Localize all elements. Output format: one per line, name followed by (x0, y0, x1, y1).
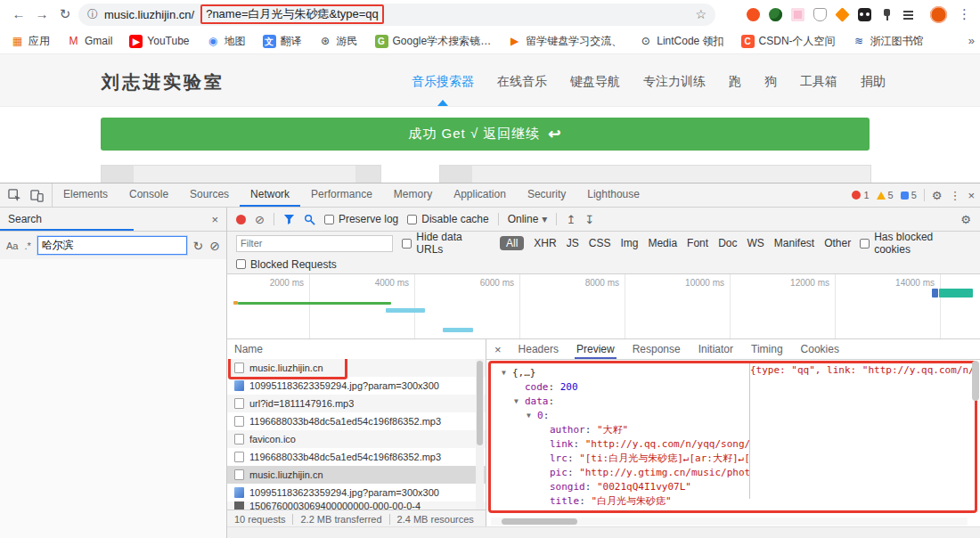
success-banner[interactable]: 成功 Get √ 返回继续 ↩ (101, 118, 870, 151)
import-har-icon[interactable]: ↥ (566, 213, 576, 226)
search-form-field-left[interactable] (101, 165, 381, 183)
requests-scrollbar[interactable] (476, 359, 484, 509)
request-row[interactable]: music.liuzhijin.cn (227, 359, 486, 377)
expand-arrow-icon[interactable]: ▼ (514, 395, 525, 409)
detail-close-icon[interactable]: × (486, 343, 510, 356)
expand-arrow-icon[interactable]: ▼ (527, 409, 537, 423)
throttling-dropdown[interactable]: Online▾ (508, 213, 548, 225)
bookmark-star-icon[interactable]: ☆ (695, 7, 706, 21)
extension-icon-shield[interactable] (813, 8, 827, 21)
extension-icon-6[interactable] (858, 8, 871, 21)
issues-badge[interactable]: 5 (901, 190, 917, 200)
request-type-filter[interactable]: Img (620, 237, 638, 249)
detail-tab[interactable]: Headers (510, 339, 568, 359)
forward-icon[interactable]: → (32, 0, 52, 29)
nav-item[interactable]: 专注力训练 (643, 74, 706, 90)
record-icon[interactable] (236, 215, 246, 224)
extension-icon-2[interactable] (769, 8, 782, 21)
bookmark-item[interactable]: ▶ 留学键盘学习交流、 (508, 34, 622, 49)
request-type-filter[interactable]: Media (648, 237, 677, 249)
refresh-icon[interactable]: ↻ (55, 0, 75, 29)
request-row[interactable]: music.liuzhijin.cn (227, 466, 486, 484)
nav-item[interactable]: 跑 (729, 74, 741, 90)
devtools-tab[interactable]: Sources (179, 183, 240, 207)
devtools-tab[interactable]: Network (240, 183, 300, 207)
detail-tab[interactable]: Timing (742, 339, 792, 359)
search-clear-icon[interactable]: ⊘ (209, 239, 220, 253)
extension-icon-diamond[interactable] (835, 7, 850, 22)
detail-tab[interactable]: Preview (568, 339, 624, 359)
preview-vertical-scrollbar[interactable] (972, 361, 979, 468)
bookmark-item[interactable]: ≋ 浙江图书馆 (853, 34, 924, 49)
site-info-icon[interactable]: ⓘ (87, 7, 98, 22)
devtools-tab[interactable]: Performance (300, 183, 383, 207)
devtools-settings-icon[interactable]: ⚙ (932, 189, 943, 202)
request-type-filter[interactable]: Font (687, 237, 708, 249)
request-row[interactable]: 1506760003069400000000-000-00-0-4 (227, 501, 486, 509)
disable-cache-checkbox[interactable]: Disable cache (407, 213, 488, 225)
nav-item[interactable]: 音乐搜索器 (412, 74, 474, 90)
address-bar[interactable]: ⓘ music.liuzhijin.cn/ ?name=白月光与朱砂痣&type… (78, 4, 715, 26)
detail-tab[interactable]: Initiator (690, 339, 742, 359)
bookmark-item[interactable]: ▶ YouTube (129, 35, 189, 48)
nav-item[interactable]: 工具箱 (800, 74, 837, 90)
devtools-tab[interactable]: Memory (383, 183, 443, 207)
error-badge[interactable]: 1 (852, 190, 869, 200)
search-icon[interactable] (304, 214, 315, 225)
request-type-filter[interactable]: XHR (534, 237, 556, 249)
bookmark-item[interactable]: ▦ 应用 (11, 34, 50, 49)
request-row[interactable]: 1196688033b48dc5a1ed54c196f86352.mp3 (227, 412, 486, 430)
request-row[interactable]: 109951183623359294.jpg?param=300x300 (227, 484, 486, 501)
back-icon[interactable]: ← (9, 0, 29, 29)
extension-icon-pin[interactable] (880, 8, 894, 21)
bookmark-item[interactable]: M Gmail (67, 35, 112, 48)
nav-item[interactable]: 捐助 (861, 74, 886, 90)
devtools-tab[interactable]: Application (443, 183, 517, 207)
profile-avatar[interactable] (930, 6, 947, 23)
request-row[interactable]: 109951183623359294.jpg?param=300x300 (227, 377, 486, 395)
request-type-filter[interactable]: WS (747, 237, 764, 249)
has-blocked-cookies-checkbox[interactable]: Has blocked cookies (860, 231, 971, 256)
request-type-filter[interactable]: Other (824, 237, 851, 249)
nav-item[interactable]: 在线音乐 (497, 74, 547, 90)
regex-toggle[interactable]: .* (24, 240, 30, 251)
request-type-filter[interactable]: CSS (589, 237, 611, 249)
extension-icon-1[interactable] (747, 8, 760, 21)
network-settings-icon[interactable]: ⚙ (960, 213, 971, 226)
export-har-icon[interactable]: ↧ (584, 213, 594, 226)
request-row[interactable]: 1196688033b48dc5a1ed54c196f86352.mp3 (227, 448, 486, 466)
request-row[interactable]: favicon.ico (227, 430, 486, 448)
request-row[interactable]: url?id=1811147916.mp3 (227, 395, 486, 412)
request-type-filter[interactable]: All (500, 236, 524, 250)
request-type-filter[interactable]: JS (567, 237, 579, 249)
search-input[interactable] (37, 236, 187, 255)
filter-funnel-icon[interactable] (283, 214, 295, 225)
site-logo[interactable]: 刘志进实验室 (102, 70, 225, 94)
bookmarks-overflow-icon[interactable]: » (968, 34, 975, 47)
extension-icon-3[interactable] (791, 8, 804, 21)
search-refresh-icon[interactable]: ↻ (193, 239, 204, 253)
bookmark-item[interactable]: ◉ 地图 (207, 34, 246, 49)
browser-menu-icon[interactable]: ⋮ (958, 6, 971, 22)
devtools-close-icon[interactable]: × (968, 189, 975, 202)
filter-input[interactable] (236, 235, 393, 252)
devtools-tab[interactable]: Lighthouse (576, 183, 650, 207)
name-column-header[interactable]: Name (227, 339, 486, 360)
scrollbar-thumb[interactable] (972, 361, 979, 401)
devtools-tab[interactable]: Security (517, 183, 576, 207)
nav-item[interactable]: 狗 (764, 74, 777, 90)
device-toolbar-icon[interactable] (30, 189, 44, 202)
detail-tab[interactable]: Cookies (792, 339, 848, 359)
devtools-menu-icon[interactable]: ⋮ (949, 189, 960, 202)
network-timeline-overview[interactable]: 2000 ms4000 ms6000 ms8000 ms10000 ms1200… (227, 274, 980, 339)
bookmark-item[interactable]: G Google学术搜索镜… (375, 34, 492, 49)
bookmark-item[interactable]: C CSDN-个人空间 (741, 34, 836, 49)
bookmark-item[interactable]: ⊛ 游民 (319, 34, 358, 49)
clear-icon[interactable]: ⊘ (255, 213, 265, 226)
scrollbar-thumb[interactable] (477, 361, 483, 445)
preserve-log-checkbox[interactable]: Preserve log (324, 213, 398, 225)
expand-arrow-icon[interactable]: ▼ (502, 366, 512, 380)
bookmark-item[interactable]: ⊙ LintCode 领扣 (639, 34, 723, 49)
request-type-filter[interactable]: Doc (718, 237, 737, 249)
devtools-tab[interactable]: Elements (53, 183, 118, 207)
